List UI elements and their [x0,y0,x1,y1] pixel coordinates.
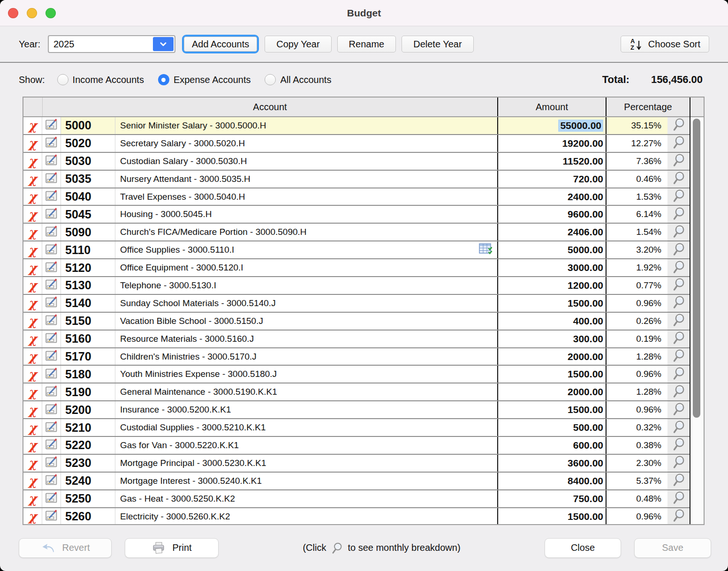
edit-account-button[interactable] [42,490,61,507]
account-name-cell[interactable]: Telephone - 3000.5130.I [115,277,497,294]
account-name-cell[interactable]: Mortgage Interest - 3000.5240.K.K1 [115,473,497,489]
account-number-cell[interactable]: 5130 [61,277,115,294]
amount-cell[interactable]: 1500.00 [497,366,606,383]
delete-account-button[interactable]: χ [23,508,42,524]
monthly-breakdown-button[interactable] [667,366,690,383]
account-number-cell[interactable]: 5140 [61,295,115,312]
amount-cell[interactable]: 2000.00 [497,383,606,400]
edit-account-button[interactable] [42,171,61,188]
edit-account-button[interactable] [42,206,61,223]
account-number-cell[interactable]: 5260 [61,508,115,524]
amount-cell[interactable]: 3000.00 [497,259,606,276]
zoom-window-button[interactable] [46,8,56,18]
radio-all-accounts[interactable] [265,74,276,85]
edit-account-button[interactable] [42,366,61,383]
account-number-cell[interactable]: 5035 [61,171,115,188]
add-accounts-button[interactable]: Add Accounts [184,37,257,52]
account-number-cell[interactable]: 5170 [61,348,115,365]
account-number-cell[interactable]: 5240 [61,473,115,489]
monthly-breakdown-button[interactable] [667,348,690,365]
delete-account-button[interactable]: χ [23,206,42,223]
amount-cell[interactable]: 2000.00 [497,348,606,365]
monthly-breakdown-button[interactable] [667,153,690,170]
account-name-cell[interactable]: Insurance - 3000.5200.K.K1 [115,401,497,418]
delete-account-button[interactable]: χ [23,401,42,418]
monthly-breakdown-button[interactable] [667,473,690,489]
delete-account-button[interactable]: χ [23,419,42,436]
monthly-breakdown-button[interactable] [667,383,690,400]
close-button[interactable]: Close [545,538,621,558]
amount-cell[interactable]: 750.00 [497,490,606,507]
monthly-breakdown-button[interactable] [667,224,690,240]
minimize-window-button[interactable] [27,8,37,18]
edit-account-button[interactable] [42,241,61,258]
close-window-button[interactable] [8,8,18,18]
monthly-breakdown-button[interactable] [667,277,690,294]
amount-cell[interactable]: 5000.00 [497,241,606,258]
account-number-cell[interactable]: 5120 [61,259,115,276]
edit-account-button[interactable] [42,348,61,365]
edit-account-button[interactable] [42,508,61,524]
account-name-cell[interactable]: Custodian Salary - 3000.5030.H [115,153,497,170]
account-name-cell[interactable]: Senior Minister Salary - 3000.5000.H [115,117,497,134]
edit-account-button[interactable] [42,277,61,294]
delete-account-button[interactable]: χ [23,153,42,170]
scrollbar-track[interactable] [690,117,704,524]
delete-account-button[interactable]: χ [23,117,42,134]
account-name-cell[interactable]: Gas - Heat - 3000.5250.K.K2 [115,490,497,507]
monthly-breakdown-button[interactable] [667,206,690,223]
amount-cell[interactable]: 9600.00 [497,206,606,223]
account-name-cell[interactable]: Office Supplies - 3000.5110.I [115,241,497,258]
monthly-breakdown-button[interactable] [667,135,690,152]
monthly-breakdown-button[interactable] [667,259,690,276]
monthly-breakdown-button[interactable] [667,241,690,258]
account-name-cell[interactable]: Youth Ministries Expense - 3000.5180.J [115,366,497,383]
account-name-cell[interactable]: Office Equipment - 3000.5120.I [115,259,497,276]
edit-account-button[interactable] [42,331,61,347]
delete-year-button[interactable]: Delete Year [402,36,473,53]
amount-cell[interactable]: 8400.00 [497,473,606,489]
delete-account-button[interactable]: χ [23,224,42,240]
account-name-cell[interactable]: Vacation Bible School - 3000.5150.J [115,313,497,330]
account-number-cell[interactable]: 5090 [61,224,115,240]
amount-cell[interactable]: 1500.00 [497,295,606,312]
delete-account-button[interactable]: χ [23,295,42,312]
account-number-cell[interactable]: 5045 [61,206,115,223]
delete-account-button[interactable]: χ [23,331,42,347]
delete-account-button[interactable]: χ [23,277,42,294]
edit-account-button[interactable] [42,224,61,240]
monthly-breakdown-button[interactable] [667,401,690,418]
monthly-breakdown-button[interactable] [667,490,690,507]
print-button[interactable]: Print [125,538,219,558]
monthly-breakdown-button[interactable] [667,331,690,347]
account-name-cell[interactable]: Gas for Van - 3000.5220.K.K1 [115,437,497,454]
amount-cell[interactable]: 19200.00 [497,135,606,152]
account-name-cell[interactable]: Custodial Supplies - 3000.5210.K.K1 [115,419,497,436]
monthly-breakdown-button[interactable] [667,419,690,436]
account-number-cell[interactable]: 5000 [61,117,115,134]
save-button[interactable]: Save [634,538,711,558]
edit-account-button[interactable] [42,401,61,418]
edit-account-button[interactable] [42,313,61,330]
account-name-cell[interactable]: Mortgage Principal - 3000.5230.K.K1 [115,455,497,472]
scrollbar-thumb[interactable] [693,119,700,418]
amount-cell[interactable]: 600.00 [497,437,606,454]
delete-account-button[interactable]: χ [23,259,42,276]
edit-account-button[interactable] [42,259,61,276]
radio-option-all-accounts[interactable]: All Accounts [265,74,331,85]
delete-account-button[interactable]: χ [23,383,42,400]
delete-account-button[interactable]: χ [23,366,42,383]
monthly-breakdown-button[interactable] [667,117,690,134]
account-number-cell[interactable]: 5160 [61,331,115,347]
year-select[interactable]: 2025 [48,35,175,53]
edit-account-button[interactable] [42,473,61,489]
account-number-cell[interactable]: 5030 [61,153,115,170]
account-name-cell[interactable]: General Maintenance - 3000.5190.K.K1 [115,383,497,400]
account-number-cell[interactable]: 5150 [61,313,115,330]
account-number-cell[interactable]: 5200 [61,401,115,418]
edit-account-button[interactable] [42,188,61,205]
account-number-cell[interactable]: 5180 [61,366,115,383]
choose-sort-button[interactable]: A Z Choose Sort [621,36,709,53]
delete-account-button[interactable]: χ [23,313,42,330]
account-name-cell[interactable]: Children's Ministries - 3000.5170.J [115,348,497,365]
